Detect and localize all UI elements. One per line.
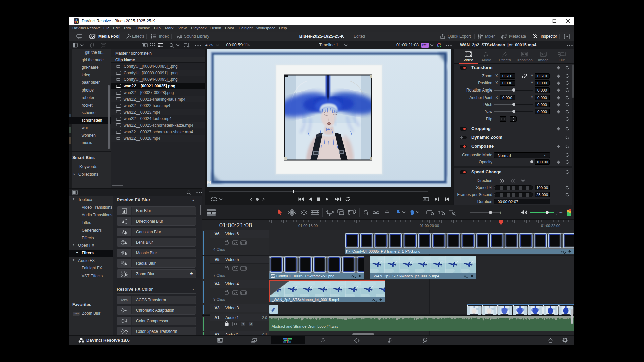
svg-text:ACES: ACES: [121, 299, 128, 302]
svg-text:M: M: [250, 323, 252, 326]
svg-text:S: S: [242, 323, 244, 326]
